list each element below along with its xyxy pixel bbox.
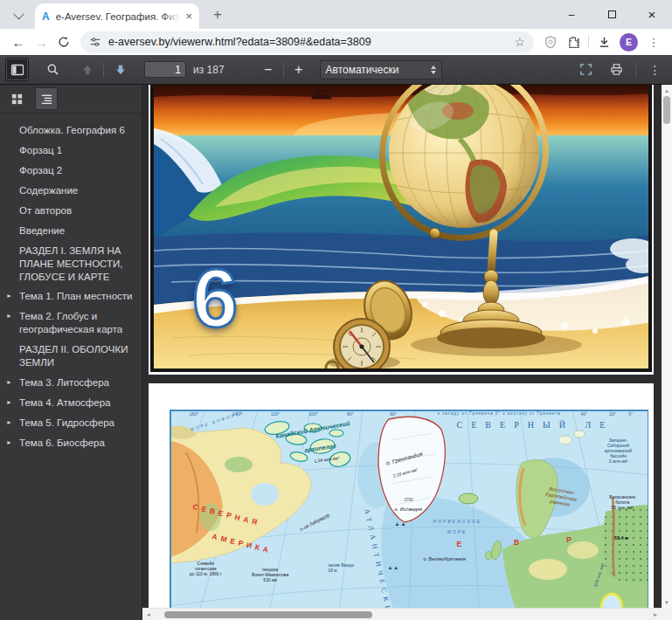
expand-triangle-icon[interactable]: ► <box>6 292 12 300</box>
outline-item-label: РАЗДЕЛ I. ЗЕМЛЯ НА ПЛАНЕ МЕСТНОСТИ, ГЛОБ… <box>19 245 123 282</box>
toolbar-divider <box>283 63 284 77</box>
outline-item-item[interactable]: Содержание <box>0 181 142 201</box>
browser-toolbar: ← → e-aversev.by/viewerw.html?edata=3809… <box>0 29 672 55</box>
expand-triangle-icon[interactable]: ► <box>6 312 12 320</box>
outline-item-item[interactable]: Обложка. География 6 <box>0 121 142 141</box>
map-label: Канадский Арктический <box>275 420 350 440</box>
scroll-left-icon[interactable]: ◄ <box>142 612 155 617</box>
page-up-button[interactable] <box>75 58 99 81</box>
outline-item-label: Тема 4. Атмосфера <box>19 397 110 408</box>
pdf-toolbar-right: ⋮ <box>574 58 667 81</box>
downloads-icon[interactable] <box>592 31 615 53</box>
extensions-icon[interactable] <box>562 31 585 53</box>
outline-item-item[interactable]: Форзац 2 <box>0 161 142 181</box>
site-settings-icon[interactable] <box>89 36 101 48</box>
toolbar-divider <box>588 35 589 49</box>
window-controls: – × <box>551 0 672 29</box>
vertical-scrollbar[interactable]: ▲ ▼ <box>662 85 672 608</box>
presentation-mode-button[interactable] <box>574 58 598 81</box>
tab-close-icon[interactable]: × <box>185 10 192 22</box>
new-tab-button[interactable]: + <box>206 3 229 26</box>
map-label: АМЕРИКА <box>211 532 273 555</box>
outline-item-label: Тема 1. План местности <box>19 291 132 301</box>
outline-item-label: Тема 2. Глобус и географическая карта <box>19 311 122 334</box>
window-maximize-button[interactable] <box>592 0 632 29</box>
map-label: архипелаг <box>304 443 336 454</box>
map-label: Р <box>566 535 575 544</box>
zoom-select-value: Автоматически <box>326 64 431 76</box>
map-label: ▲▲ <box>387 565 399 571</box>
map-label: о. Исландия <box>395 506 422 513</box>
sidebar-toggle-button[interactable] <box>5 58 29 81</box>
select-spinner-icon <box>431 65 436 74</box>
forward-button[interactable]: → <box>30 31 52 53</box>
outline-item-section[interactable]: РАЗДЕЛ II. ОБОЛОЧКИ ЗЕМЛИ <box>0 340 142 373</box>
expand-triangle-icon[interactable]: ► <box>6 438 12 446</box>
shield-icon[interactable] <box>539 31 562 53</box>
window-close-button[interactable]: × <box>632 0 672 29</box>
zoom-in-button[interactable]: + <box>288 59 309 80</box>
pdf-sidebar: Обложка. География 6Форзац 1Форзац 2Соде… <box>0 85 142 620</box>
reload-icon <box>58 36 70 48</box>
map-label: о. Великобритания <box>423 556 465 562</box>
outline-item-topic[interactable]: ►Тема 6. Биосфера <box>0 433 142 453</box>
site-favicon-icon: A <box>42 10 50 23</box>
outline-item-label: Введение <box>19 225 65 236</box>
outline-item-item[interactable]: Форзац 1 <box>0 141 142 161</box>
profile-avatar[interactable]: E <box>620 33 638 52</box>
outline-item-topic[interactable]: ►Тема 5. Гидросфера <box>0 413 142 433</box>
outline-item-label: Обложка. География 6 <box>19 125 125 135</box>
outline-item-item[interactable]: Введение <box>0 221 142 241</box>
zoom-out-button[interactable]: − <box>258 59 279 80</box>
physical-map: 160°140°120°100°80°60°40°20°0° к западу … <box>170 410 648 620</box>
tab-search-button[interactable] <box>7 3 30 26</box>
outline-item-topic[interactable]: ►Тема 2. Глобус и географическая карта <box>0 307 142 340</box>
map-label: 3700 <box>405 498 413 502</box>
horizontal-scroll-thumb[interactable] <box>164 611 372 618</box>
outline-item-label: Тема 6. Биосфера <box>19 437 105 448</box>
page-2-map[interactable]: 160°140°120°100°80°60°40°20°0° к западу … <box>149 383 654 620</box>
scroll-down-icon[interactable]: ▼ <box>662 596 672 608</box>
page-1-cover[interactable]: 6 <box>149 85 654 375</box>
expand-triangle-icon[interactable]: ► <box>6 398 12 406</box>
scroll-right-icon[interactable]: ► <box>649 612 662 617</box>
browser-menu-icon[interactable]: ⋮ <box>642 31 665 53</box>
maximize-icon <box>608 10 616 18</box>
outline-item-section[interactable]: РАЗДЕЛ I. ЗЕМЛЯ НА ПЛАНЕ МЕСТНОСТИ, ГЛОБ… <box>0 241 142 287</box>
expand-triangle-icon[interactable]: ► <box>6 418 12 426</box>
zoom-select[interactable]: Автоматически <box>320 60 442 79</box>
map-label: к западу от Гринвича 0° к востоку от Гри… <box>438 411 561 416</box>
map-label: пещера Флинт-Мамонтова 530 км <box>252 567 288 582</box>
page-number-input[interactable] <box>144 61 186 78</box>
scrollbar-corner <box>662 608 672 620</box>
address-bar[interactable]: e-aversev.by/viewerw.html?edata=3809#&ed… <box>80 31 534 53</box>
outline-item-topic[interactable]: ►Тема 1. План местности <box>0 286 142 307</box>
browser-tab[interactable]: A e-Aversev. География. Физиче × <box>35 3 199 29</box>
print-button[interactable] <box>605 58 628 81</box>
outline-item-label: Форзац 2 <box>19 165 62 176</box>
thumbnails-view-button[interactable] <box>5 87 28 110</box>
bookmark-star-icon[interactable]: ☆ <box>514 35 525 49</box>
outline-item-item[interactable]: От авторов <box>0 201 142 221</box>
map-label: залив Фанди 18 м <box>328 562 354 573</box>
outline-item-label: РАЗДЕЛ II. ОБОЛОЧКИ ЗЕМЛИ <box>19 344 128 368</box>
horizontal-scrollbar[interactable]: ◄ ► <box>142 608 662 620</box>
outline-item-topic[interactable]: ►Тема 4. Атмосфера <box>0 393 142 413</box>
tab-strip: A e-Aversev. География. Физиче × + – × <box>0 0 672 29</box>
url-text[interactable]: e-aversev.by/viewerw.html?edata=3809#&ed… <box>108 36 509 48</box>
pdf-menu-icon[interactable]: ⋮ <box>643 58 667 81</box>
expand-triangle-icon[interactable]: ► <box>6 378 12 386</box>
outline-view-button[interactable] <box>35 87 58 110</box>
page-count-label: из 187 <box>193 64 225 76</box>
outline-item-topic[interactable]: ►Тема 3. Литосфера <box>0 373 142 393</box>
window-minimize-button[interactable]: – <box>551 0 592 29</box>
search-button[interactable] <box>41 58 65 81</box>
back-button[interactable]: ← <box>7 31 30 53</box>
page-down-button[interactable] <box>108 58 132 81</box>
map-labels: к западу от Гринвича 0° к востоку от Гри… <box>170 410 648 619</box>
scroll-up-icon[interactable]: ▲ <box>662 85 672 96</box>
map-label: НОРВЕЖСКОЕ <box>433 519 481 524</box>
vertical-scroll-thumb[interactable] <box>663 96 670 124</box>
reload-button[interactable] <box>52 31 75 53</box>
pdf-viewer[interactable]: 6 <box>142 85 672 620</box>
